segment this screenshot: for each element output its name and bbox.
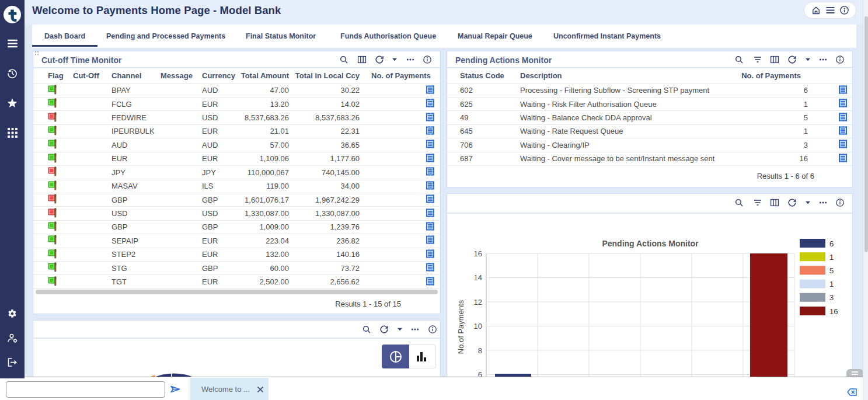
svg-text:16: 16 bbox=[474, 249, 482, 258]
svg-text:1: 1 bbox=[829, 280, 834, 288]
svg-text:Pending Actions Monitor: Pending Actions Monitor bbox=[602, 239, 699, 248]
svg-text:14: 14 bbox=[474, 273, 482, 282]
svg-text:5: 5 bbox=[829, 266, 834, 275]
svg-text:10: 10 bbox=[474, 322, 482, 331]
svg-text:8: 8 bbox=[478, 346, 482, 355]
svg-text:No.of Payments: No.of Payments bbox=[456, 300, 465, 354]
svg-text:16: 16 bbox=[829, 307, 838, 316]
svg-text:3: 3 bbox=[829, 293, 834, 302]
svg-text:12: 12 bbox=[474, 298, 482, 307]
svg-text:1: 1 bbox=[829, 253, 834, 262]
svg-text:6: 6 bbox=[829, 239, 834, 248]
